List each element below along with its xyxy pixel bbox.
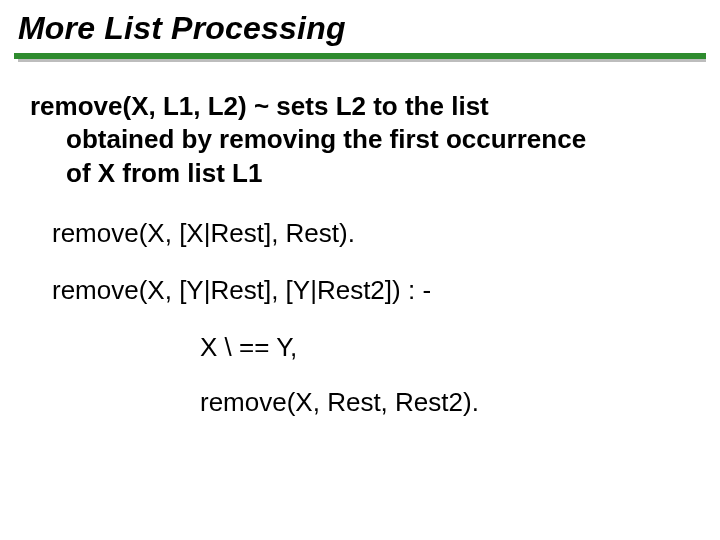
- slide-title: More List Processing: [18, 10, 720, 47]
- desc-line-3: of X from list L1: [30, 157, 680, 190]
- title-rule: [14, 53, 706, 62]
- desc-line-1: remove(X, L1, L2) ~ sets L2 to the list: [30, 91, 489, 121]
- title-block: More List Processing: [0, 0, 720, 47]
- slide: More List Processing remove(X, L1, L2) ~…: [0, 0, 720, 540]
- clause-recursive-call: remove(X, Rest, Rest2).: [30, 387, 680, 418]
- clause-recursive-condition: X \ == Y,: [30, 332, 680, 363]
- slide-body: remove(X, L1, L2) ~ sets L2 to the list …: [0, 62, 720, 418]
- clause-recursive-head: remove(X, [Y|Rest], [Y|Rest2]) : -: [30, 275, 680, 306]
- desc-line-2: obtained by removing the first occurrenc…: [30, 123, 680, 156]
- predicate-description: remove(X, L1, L2) ~ sets L2 to the list …: [30, 90, 680, 190]
- clause-base-case: remove(X, [X|Rest], Rest).: [30, 218, 680, 249]
